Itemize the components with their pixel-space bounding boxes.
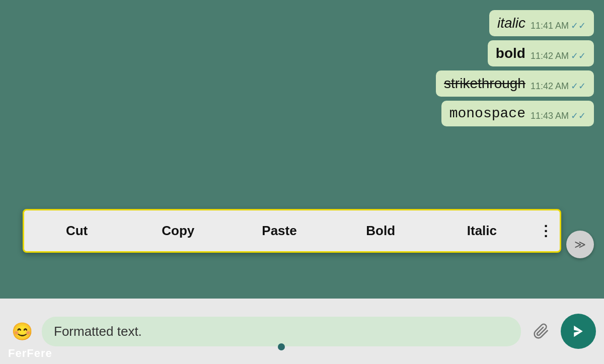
bold-button[interactable]: Bold [330, 215, 431, 247]
emoji-button[interactable]: 😊 [8, 318, 36, 345]
text-input-field[interactable]: Formatted text. [42, 317, 521, 346]
message-time-italic: 11:41 AM [531, 21, 569, 31]
double-check-icon-monospace: ✓✓ [571, 110, 586, 121]
paperclip-icon [533, 323, 549, 339]
scroll-down-button[interactable]: ≫ [566, 231, 594, 258]
message-bubble-strikethrough: strikethrough 11:42 AM ✓✓ [436, 70, 594, 97]
double-check-icon-bold: ✓✓ [571, 50, 586, 61]
send-button[interactable] [561, 314, 596, 349]
paste-button[interactable]: Paste [229, 215, 330, 247]
message-bubble-italic: italic 11:41 AM ✓✓ [489, 10, 594, 36]
messages-area: italic 11:41 AM ✓✓ bold 11:42 AM ✓✓ stri… [0, 0, 604, 299]
more-options-button[interactable]: ⋮ [533, 214, 558, 247]
cut-button[interactable]: Cut [26, 215, 127, 247]
message-text-italic: italic [497, 15, 525, 31]
message-meta-strikethrough: 11:42 AM ✓✓ [531, 81, 586, 92]
chat-background: italic 11:41 AM ✓✓ bold 11:42 AM ✓✓ stri… [0, 0, 604, 364]
italic-button[interactable]: Italic [431, 215, 533, 247]
message-text-monospace: monospace [449, 106, 525, 121]
attachment-button[interactable] [527, 318, 555, 345]
chevron-down-icon: ≫ [574, 239, 586, 250]
send-icon [571, 324, 586, 339]
svg-marker-0 [574, 326, 583, 337]
message-time-monospace: 11:43 AM [531, 111, 569, 121]
input-bar: 😊 Formatted text. [0, 299, 604, 364]
message-meta-italic: 11:41 AM ✓✓ [531, 20, 586, 31]
double-check-icon-strikethrough: ✓✓ [571, 81, 586, 92]
watermark-label: FerFere [8, 347, 52, 360]
double-check-icon-italic: ✓✓ [571, 20, 586, 31]
copy-button[interactable]: Copy [127, 215, 229, 247]
message-text-bold: bold [496, 45, 525, 61]
message-text-strikethrough: strikethrough [444, 76, 525, 92]
message-time-bold: 11:42 AM [531, 51, 569, 61]
message-meta-bold: 11:42 AM ✓✓ [531, 50, 586, 61]
context-menu-toolbar: Cut Copy Paste Bold Italic ⋮ [23, 209, 561, 253]
message-time-strikethrough: 11:42 AM [531, 81, 569, 92]
input-text: Formatted text. [54, 324, 142, 339]
message-bubble-bold: bold 11:42 AM ✓✓ [488, 40, 594, 66]
message-bubble-monospace: monospace 11:43 AM ✓✓ [441, 101, 594, 126]
text-cursor [278, 343, 285, 350]
message-meta-monospace: 11:43 AM ✓✓ [531, 110, 586, 121]
emoji-icon: 😊 [12, 321, 33, 341]
